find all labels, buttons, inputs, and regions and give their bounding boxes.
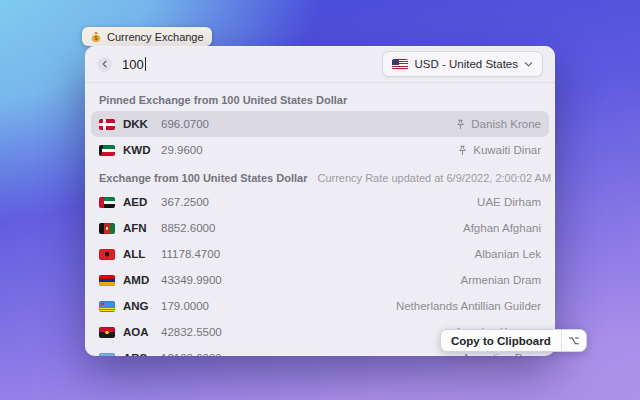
- currency-row-amd[interactable]: AMD 43349.9900 Armenian Dram: [91, 267, 549, 293]
- copy-to-clipboard-button[interactable]: Copy to Clipboard: [440, 329, 587, 352]
- search-input[interactable]: 100: [122, 57, 146, 72]
- currency-name: Danish Krone: [471, 118, 541, 130]
- currency-value: 179.0000: [161, 300, 209, 312]
- currency-code: AFN: [123, 222, 153, 234]
- text-caret: [145, 57, 146, 71]
- copy-to-clipboard-label: Copy to Clipboard: [441, 330, 561, 351]
- flag-aoa-icon: [99, 327, 115, 338]
- currency-code: AOA: [123, 326, 153, 338]
- currency-row-aed[interactable]: AED 367.2500 UAE Dirham: [91, 189, 549, 215]
- currency-row-afn[interactable]: AFN 8852.6000 Afghan Afghani: [91, 215, 549, 241]
- currency-code: ALL: [123, 248, 153, 260]
- chevron-left-icon: [101, 60, 109, 68]
- flag-afn-icon: [99, 223, 115, 234]
- flag-amd-icon: [99, 275, 115, 286]
- pin-icon: [455, 119, 466, 130]
- flag-all-icon: [99, 249, 115, 260]
- currency-value: 12108.6000: [161, 352, 222, 356]
- currency-code: ANG: [123, 300, 153, 312]
- currency-name: Netherlands Antillian Guilder: [396, 300, 541, 312]
- currency-value: 11178.4700: [161, 248, 220, 260]
- results-list: Pinned Exchange from 100 United States D…: [85, 83, 555, 356]
- currency-name: UAE Dirham: [477, 196, 541, 208]
- currency-row-ang[interactable]: ANG 179.0000 Netherlands Antillian Guild…: [91, 293, 549, 319]
- currency-row-dkk[interactable]: DKK 696.0700 Danish Krone: [91, 111, 549, 137]
- currency-code: DKK: [123, 118, 153, 130]
- window-title: Currency Exchange: [107, 31, 204, 43]
- pinned-section-title: Pinned Exchange from 100 United States D…: [99, 94, 347, 106]
- base-currency-label: USD - United States: [414, 58, 518, 70]
- rate-updated-timestamp: Currency Rate updated at 6/9/2022, 2:00:…: [317, 172, 551, 184]
- currency-value: 8852.6000: [161, 222, 215, 234]
- currency-code: ARS: [123, 352, 153, 356]
- desktop-background: $ Currency Exchange 100 USD - United Sta…: [0, 0, 640, 400]
- flag-ars-icon: [99, 353, 115, 357]
- exchange-section-title: Exchange from 100 United States Dollar: [99, 172, 307, 184]
- svg-text:$: $: [94, 35, 97, 41]
- currency-name: Afghan Afghani: [463, 222, 541, 234]
- currency-code: AMD: [123, 274, 153, 286]
- currency-value: 29.9600: [161, 144, 203, 156]
- pinned-section-header: Pinned Exchange from 100 United States D…: [91, 85, 549, 111]
- currency-exchange-window: 100 USD - United States Pinned Exchange …: [85, 46, 555, 356]
- flag-aed-icon: [99, 197, 115, 208]
- flag-us-icon: [392, 59, 408, 70]
- flag-ang-icon: [99, 301, 115, 312]
- currency-value: 367.2500: [161, 196, 209, 208]
- exchange-section-header: Exchange from 100 United States Dollar C…: [91, 163, 549, 189]
- currency-row-all[interactable]: ALL 11178.4700 Albanian Lek: [91, 241, 549, 267]
- window-title-pill: $ Currency Exchange: [82, 27, 212, 46]
- flag-kwd-icon: [99, 145, 115, 156]
- currency-name: Armenian Dram: [460, 274, 541, 286]
- base-currency-dropdown[interactable]: USD - United States: [382, 51, 543, 77]
- chevron-down-icon: [524, 61, 533, 68]
- flag-dkk-icon: [99, 119, 115, 130]
- search-header: 100 USD - United States: [85, 46, 555, 83]
- currency-name: Albanian Lek: [475, 248, 542, 260]
- currency-row-kwd[interactable]: KWD 29.9600 Kuwaiti Dinar: [91, 137, 549, 163]
- currency-value: 696.0700: [161, 118, 209, 130]
- currency-value: 42832.5500: [161, 326, 222, 338]
- currency-code: AED: [123, 196, 153, 208]
- back-button[interactable]: [97, 57, 112, 72]
- search-value: 100: [122, 57, 144, 72]
- currency-name: Argentine Peso: [462, 352, 541, 356]
- option-key-icon: [562, 330, 586, 351]
- currency-value: 43349.9900: [161, 274, 222, 286]
- currency-name: Kuwaiti Dinar: [473, 144, 541, 156]
- pin-icon: [457, 145, 468, 156]
- currency-code: KWD: [123, 144, 153, 156]
- money-bag-icon: $: [90, 31, 102, 43]
